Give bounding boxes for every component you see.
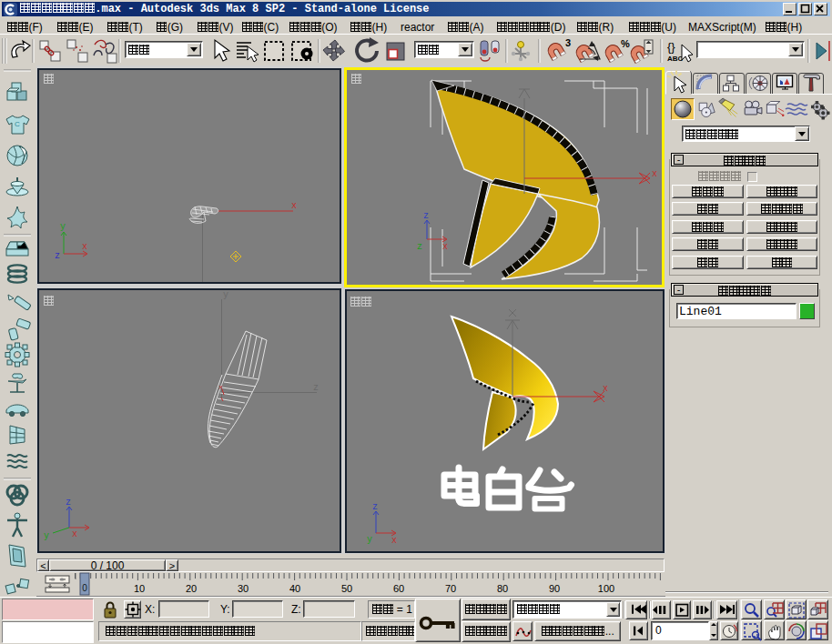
svg-text:z: z [55, 251, 60, 261]
svg-text:20: 20 [186, 583, 197, 594]
svg-text:x: x [603, 384, 608, 394]
svg-text:100: 100 [598, 583, 614, 594]
svg-text:40: 40 [289, 583, 300, 594]
svg-text:90: 90 [549, 583, 560, 594]
svg-text:10: 10 [134, 583, 145, 594]
svg-text:x: x [72, 529, 77, 539]
svg-text:{}: {} [667, 40, 675, 54]
svg-text:70: 70 [445, 583, 456, 594]
svg-text:x: x [218, 383, 223, 391]
svg-text:y: y [44, 531, 49, 541]
svg-text:C: C [15, 120, 20, 128]
svg-text:x: x [391, 536, 397, 546]
svg-text:y: y [223, 290, 228, 300]
svg-text:0: 0 [82, 583, 87, 593]
svg-text:y: y [60, 222, 66, 232]
svg-text:50: 50 [341, 583, 352, 594]
svg-text:z: z [372, 502, 378, 512]
svg-text:z: z [66, 498, 71, 508]
svg-text:x: x [652, 169, 657, 179]
svg-text:x: x [82, 242, 87, 252]
svg-text:z: z [417, 242, 422, 252]
svg-text:60: 60 [393, 583, 404, 594]
svg-text:x: x [291, 201, 297, 211]
svg-text:%: % [621, 38, 630, 49]
svg-text:30: 30 [238, 583, 249, 594]
svg-text:3: 3 [565, 37, 571, 48]
svg-text:80: 80 [497, 583, 508, 594]
svg-text:z: z [313, 383, 319, 393]
svg-text:y: y [367, 535, 372, 545]
svg-text:ABC: ABC [667, 55, 684, 63]
svg-text:x: x [442, 242, 448, 252]
svg-text:z: z [423, 211, 429, 221]
